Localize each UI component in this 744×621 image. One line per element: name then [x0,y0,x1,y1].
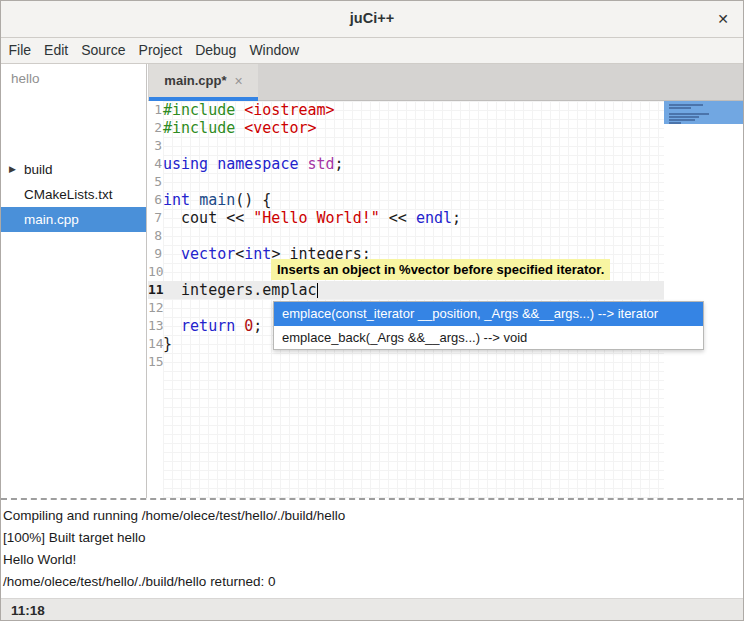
line-number: 2 [148,119,162,137]
status-bar: 11:18 [1,598,743,621]
project-name: hello [1,67,146,91]
tab-bar: main.cpp* × [148,64,744,101]
minimap-code-bar [669,104,703,106]
line-number: 15 [148,353,162,371]
doc-tooltip: Inserts an object in %vector before spec… [271,259,610,280]
code-line[interactable]: cout << "Hello World!" << endl; [163,209,664,227]
line-number: 6 [148,191,162,209]
output-line: [100%] Built target hello [3,527,743,549]
code-line[interactable] [163,137,664,155]
minimap-code-bar [669,119,695,121]
tab-main-cpp[interactable]: main.cpp* × [149,64,258,97]
tab-close-icon[interactable]: × [234,73,242,89]
line-number: 11 [148,281,162,299]
title-bar: juCi++ ✕ [1,1,743,38]
sidebar-item-cmakelists-txt[interactable]: CMakeLists.txt [1,182,146,207]
completion-item[interactable]: emplace_back(_Args &&__args...) --> void [274,326,703,350]
file-tree-sidebar[interactable]: hello ▶buildCMakeLists.txtmain.cpp [1,64,147,498]
menu-item-source[interactable]: Source [75,38,132,63]
minimap-slider[interactable] [664,101,744,124]
code-line[interactable]: using namespace std; [163,155,664,173]
minimap-code-bar [669,122,681,124]
menu-item-edit[interactable]: Edit [38,38,75,63]
line-number: 1 [148,101,162,119]
output-line: Hello World! [3,549,743,571]
output-line: Compiling and running /home/olece/test/h… [3,505,743,527]
code-line[interactable] [163,227,664,245]
tab-label: main.cpp* [164,73,226,88]
line-number: 8 [148,227,162,245]
code-line[interactable] [163,173,664,191]
minimap-code-bar [669,107,691,109]
sidebar-item-label: build [24,162,53,177]
completion-popup: emplace(const_iterator __position, _Args… [273,301,704,350]
line-number: 4 [148,155,162,173]
window-title: juCi++ [1,10,743,26]
line-number: 13 [148,317,162,335]
sidebar-item-main-cpp[interactable]: main.cpp [1,207,146,232]
code-line[interactable]: integers.emplac [163,281,664,299]
sidebar-item-label: CMakeLists.txt [24,187,113,202]
menu-item-file[interactable]: File [2,38,38,63]
menu-item-project[interactable]: Project [132,38,189,63]
code-line[interactable] [163,353,664,371]
code-editor[interactable]: 123456789101112131415 #include <iostream… [148,101,744,498]
sidebar-item-label: main.cpp [24,212,79,227]
code-line[interactable]: int main() { [163,191,664,209]
completion-item[interactable]: emplace(const_iterator __position, _Args… [274,302,703,326]
minimap-code-bar [669,116,699,118]
close-icon[interactable]: ✕ [714,10,732,28]
code-line[interactable]: #include <iostream> [163,101,664,119]
line-number: 10 [148,263,162,281]
output-line: /home/olece/test/hello/./build/hello ret… [3,571,743,593]
code-line[interactable]: #include <vector> [163,119,664,137]
line-number: 9 [148,245,162,263]
line-number: 12 [148,299,162,317]
sidebar-item-build[interactable]: ▶build [1,157,146,182]
text-cursor [317,283,318,298]
menu-item-window[interactable]: Window [243,38,306,63]
expander-icon[interactable]: ▶ [9,157,16,182]
status-time: 11:18 [11,599,45,621]
line-number: 14 [148,335,162,353]
app-window: juCi++ ✕ FileEditSourceProjectDebugWindo… [0,0,744,621]
menu-item-debug[interactable]: Debug [189,38,243,63]
output-panel[interactable]: Compiling and running /home/olece/test/h… [1,501,743,598]
minimap-code-bar [669,113,709,115]
menu-bar: FileEditSourceProjectDebugWindow [1,38,743,64]
line-number: 7 [148,209,162,227]
line-number: 5 [148,173,162,191]
line-number: 3 [148,137,162,155]
